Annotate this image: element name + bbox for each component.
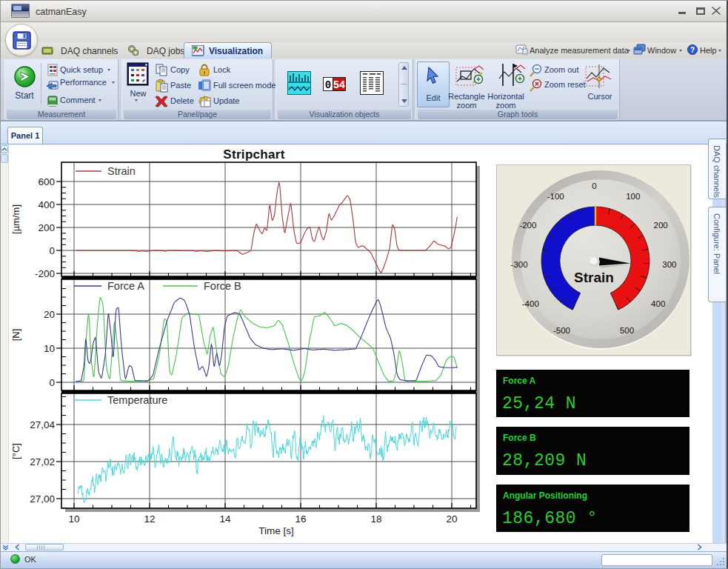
svg-text:20: 20 — [44, 309, 55, 320]
svg-text:[µm/m]: [µm/m] — [10, 204, 21, 234]
svg-text:-400: -400 — [522, 299, 539, 308]
svg-text:200: 200 — [654, 221, 668, 230]
svg-text:[°C]: [°C] — [10, 443, 21, 459]
svg-text:10: 10 — [68, 513, 79, 525]
svg-text:300: 300 — [662, 260, 676, 269]
svg-text:27,02: 27,02 — [30, 456, 55, 467]
svg-text:0: 0 — [592, 182, 596, 190]
svg-text:0: 0 — [49, 377, 55, 388]
svg-text:?: ? — [690, 46, 695, 54]
svg-text:400: 400 — [651, 299, 665, 308]
svg-text:Strain: Strain — [107, 165, 136, 177]
svg-text:400: 400 — [38, 199, 55, 210]
svg-text:0: 0 — [49, 245, 55, 256]
svg-text:500: 500 — [620, 326, 634, 335]
svg-text:Force B: Force B — [204, 280, 241, 292]
svg-text:14: 14 — [219, 513, 231, 525]
svg-text:16: 16 — [295, 513, 306, 525]
svg-text:0: 0 — [325, 79, 331, 91]
svg-text:600: 600 — [38, 176, 55, 187]
svg-text:Force A: Force A — [107, 280, 144, 292]
svg-text:Temperature: Temperature — [107, 394, 167, 406]
svg-text:-500: -500 — [553, 326, 570, 335]
svg-text:27,04: 27,04 — [30, 419, 55, 430]
svg-text:4: 4 — [339, 79, 345, 91]
svg-text:100: 100 — [626, 192, 640, 201]
svg-text:-100: -100 — [547, 192, 564, 201]
svg-text:Time [s]: Time [s] — [258, 525, 294, 536]
svg-text:10: 10 — [44, 343, 55, 354]
svg-text:Strain: Strain — [574, 270, 614, 285]
svg-text:-200: -200 — [519, 221, 536, 230]
svg-text:12: 12 — [144, 513, 155, 525]
svg-text:20: 20 — [446, 513, 457, 525]
svg-text:-200: -200 — [35, 268, 55, 279]
svg-text:[N]: [N] — [10, 329, 21, 342]
svg-text:18: 18 — [370, 513, 381, 525]
svg-text:-300: -300 — [511, 260, 528, 269]
svg-text:200: 200 — [38, 222, 55, 233]
svg-text:27,00: 27,00 — [30, 493, 55, 505]
